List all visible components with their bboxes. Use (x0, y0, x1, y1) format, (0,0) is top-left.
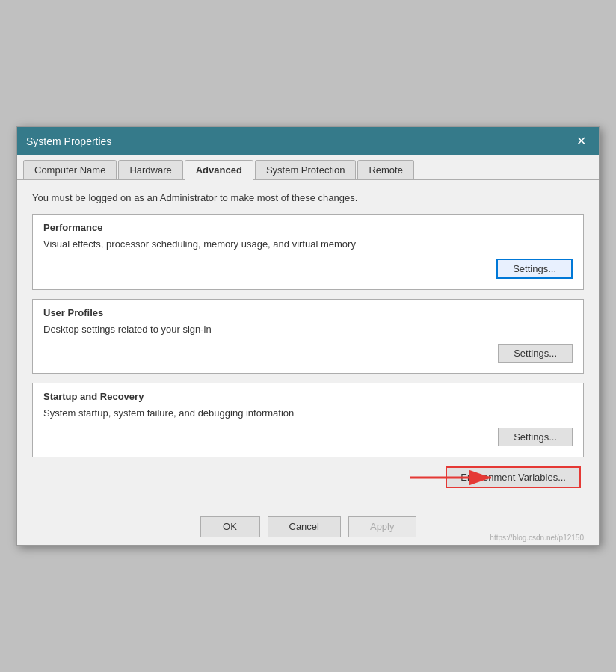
performance-description: Visual effects, processor scheduling, me… (43, 238, 573, 251)
close-button[interactable]: ✕ (572, 132, 590, 150)
user-profiles-title: User Profiles (43, 307, 573, 318)
startup-recovery-footer: Settings... (43, 428, 573, 446)
startup-recovery-section: Startup and Recovery System startup, sys… (32, 383, 584, 457)
cancel-button[interactable]: Cancel (268, 516, 341, 537)
user-profiles-section: User Profiles Desktop settings related t… (32, 299, 584, 374)
admin-notice: You must be logged on as an Administrato… (32, 192, 584, 203)
tab-advanced[interactable]: Advanced (185, 160, 253, 180)
dialog-title: System Properties (26, 135, 111, 147)
tab-remote[interactable]: Remote (357, 160, 414, 179)
startup-recovery-settings-button[interactable]: Settings... (498, 428, 573, 446)
system-properties-dialog: System Properties ✕ Computer Name Hardwa… (16, 126, 600, 546)
performance-settings-button[interactable]: Settings... (496, 259, 573, 279)
performance-title: Performance (43, 222, 573, 233)
arrow-container: Environment Variables... (32, 466, 581, 488)
dialog-footer: OK Cancel Apply https://blog.csdn.net/p1… (17, 508, 599, 545)
startup-recovery-title: Startup and Recovery (43, 391, 573, 402)
user-profiles-settings-button[interactable]: Settings... (498, 344, 573, 363)
content-area: You must be logged on as an Administrato… (17, 180, 599, 508)
ok-button[interactable]: OK (200, 516, 260, 537)
env-variables-row: Environment Variables... (32, 466, 584, 488)
title-bar: System Properties ✕ (17, 127, 599, 155)
arrow-icon (410, 464, 500, 491)
tab-computer-name[interactable]: Computer Name (23, 160, 117, 179)
startup-recovery-description: System startup, system failure, and debu… (43, 407, 573, 420)
performance-section: Performance Visual effects, processor sc… (32, 214, 584, 290)
performance-footer: Settings... (43, 259, 573, 279)
tab-system-protection[interactable]: System Protection (255, 160, 357, 179)
user-profiles-description: Desktop settings related to your sign-in (43, 323, 573, 336)
watermark: https://blog.csdn.net/p12150 (490, 534, 584, 542)
apply-button[interactable]: Apply (348, 516, 416, 537)
tab-hardware[interactable]: Hardware (118, 160, 182, 179)
user-profiles-footer: Settings... (43, 344, 573, 363)
tab-bar: Computer Name Hardware Advanced System P… (17, 155, 599, 180)
